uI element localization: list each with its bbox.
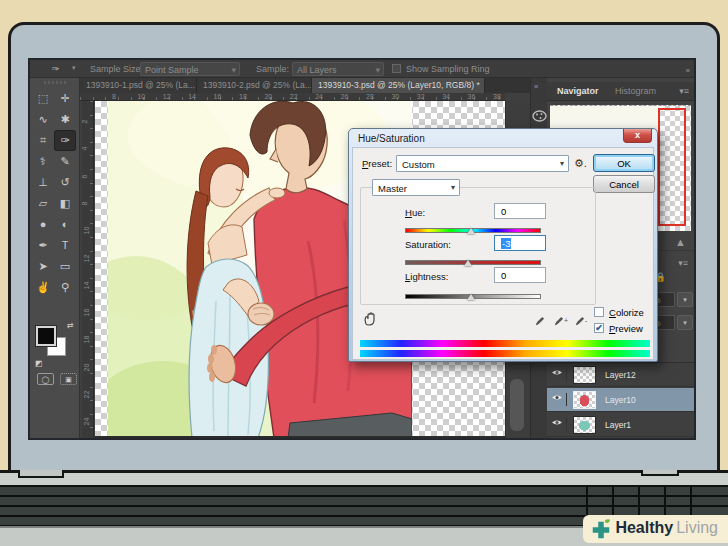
- saturation-slider[interactable]: [405, 260, 541, 265]
- layer-row-layer1[interactable]: Layer1: [547, 413, 694, 437]
- ruler-number: 26: [341, 93, 349, 100]
- dialog-titlebar[interactable]: Hue/Saturation x: [352, 129, 654, 147]
- visibility-eye-icon[interactable]: [551, 368, 567, 381]
- layer-thumbnail[interactable]: [573, 366, 596, 384]
- tool-dock: ⬚✛∿✱⌗✑⚕✎⊥↺▱◧●◐✒T➤▭✌⚲ ⇄ ◩ ◯ ▣: [30, 78, 80, 438]
- expand-panels-icon[interactable]: »: [686, 66, 690, 75]
- default-colors-icon[interactable]: ◩: [35, 359, 43, 368]
- hue-input[interactable]: 0: [494, 203, 546, 219]
- tab-label: 1393910-1.psd @ 25% (La...: [86, 80, 195, 90]
- tab-histogram[interactable]: Histogram: [615, 86, 656, 96]
- tool-grid: ⬚✛∿✱⌗✑⚕✎⊥↺▱◧●◐✒T➤▭✌⚲: [32, 88, 78, 298]
- chevron-down-icon[interactable]: ▾: [677, 315, 693, 330]
- layer-row-layer10-selected[interactable]: Layer10: [547, 388, 694, 412]
- tool-crop[interactable]: ⌗: [33, 131, 53, 150]
- ruler-number: 38: [493, 93, 501, 100]
- close-icon[interactable]: ×: [484, 80, 485, 90]
- channel-dropdown[interactable]: Master ▾: [372, 179, 460, 196]
- layer-thumbnail[interactable]: [573, 416, 596, 434]
- ruler-number: 34: [442, 93, 450, 100]
- tool-lasso[interactable]: ∿: [33, 110, 53, 129]
- visibility-eye-icon[interactable]: [551, 418, 567, 431]
- zoom-in-mountain-icon[interactable]: ▲: [675, 236, 686, 248]
- tool-eraser[interactable]: ▱: [33, 194, 53, 213]
- tool-brush[interactable]: ✎: [55, 152, 75, 171]
- minus-sign: -: [585, 317, 587, 324]
- chevron-down-icon[interactable]: ▾: [677, 292, 693, 307]
- checkbox-box-checked[interactable]: ✔: [594, 323, 604, 333]
- preset-dropdown[interactable]: Custom ▾: [396, 155, 569, 172]
- tool-gradient[interactable]: ◧: [55, 194, 75, 213]
- tool-eyedropper[interactable]: ✑: [55, 131, 75, 150]
- chevron-down-icon: ▾: [560, 159, 564, 168]
- close-button[interactable]: x: [623, 129, 652, 143]
- hue-spectrum-bar-top: [360, 340, 650, 347]
- cancel-button[interactable]: Cancel: [593, 175, 655, 193]
- layer-row-layer12[interactable]: Layer12: [547, 363, 694, 387]
- ruler-number: 12: [163, 93, 171, 100]
- eyedropper-add-icon[interactable]: +: [553, 316, 568, 329]
- ruler-number: 16: [214, 93, 222, 100]
- document-tab-1[interactable]: 1393910-1.psd @ 25% (La...×: [80, 78, 197, 93]
- document-tab-3-active[interactable]: 1393910-3.psd @ 25% (Layer10, RGB/8) *×: [312, 78, 485, 93]
- sample-size-dropdown[interactable]: Point Sample ▾: [140, 62, 240, 76]
- hue-spectrum-bar-bottom[interactable]: [360, 350, 650, 357]
- tool-healing-brush[interactable]: ⚕: [33, 152, 53, 171]
- panel-menu-icon[interactable]: ▾≡: [679, 86, 689, 96]
- layer-name: Layer12: [605, 370, 636, 380]
- navigator-view-rectangle[interactable]: [658, 108, 686, 226]
- saturation-input[interactable]: -3: [494, 235, 546, 251]
- quick-mask-button[interactable]: ◯: [37, 373, 54, 385]
- slider-thumb[interactable]: [464, 260, 472, 266]
- tool-type[interactable]: T: [55, 236, 75, 255]
- colorize-checkbox[interactable]: Colorize: [594, 307, 654, 319]
- options-bar: ✑ ▾ Sample Size: Point Sample ▾ Sample: …: [30, 60, 694, 78]
- tool-history-brush[interactable]: ↺: [55, 173, 75, 192]
- tab-navigator[interactable]: Navigator: [557, 86, 599, 96]
- show-sampling-ring-checkbox[interactable]: [392, 64, 401, 73]
- preset-value: Custom: [402, 159, 435, 170]
- tool-rectangular-marquee[interactable]: ⬚: [33, 89, 53, 108]
- tool-shape[interactable]: ▭: [55, 257, 75, 276]
- tool-move[interactable]: ✛: [55, 89, 75, 108]
- slider-thumb[interactable]: [467, 228, 475, 234]
- preview-checkbox[interactable]: ✔ Preview: [594, 323, 654, 335]
- sample-dropdown[interactable]: All Layers ▾: [292, 62, 384, 76]
- lightness-slider[interactable]: [405, 294, 541, 299]
- layers-panel-menu-icon[interactable]: ▾≡: [678, 258, 688, 268]
- chevron-down-icon: ▾: [231, 65, 236, 75]
- color-palette-icon[interactable]: [532, 110, 547, 122]
- eyedropper-sample-icon[interactable]: [534, 316, 545, 329]
- tool-zoom[interactable]: ⚲: [55, 278, 75, 297]
- layer-thumbnail[interactable]: [573, 391, 596, 409]
- checkbox-box[interactable]: [594, 307, 604, 317]
- tool-preset-arrow[interactable]: ▾: [72, 64, 76, 72]
- logo-text-light: Living: [676, 519, 718, 536]
- tool-clone-stamp[interactable]: ⊥: [33, 173, 53, 192]
- lightness-input[interactable]: 0: [494, 267, 546, 283]
- tool-dodge[interactable]: ◐: [55, 215, 75, 234]
- tool-pen[interactable]: ✒: [33, 236, 53, 255]
- collapse-panels-icon[interactable]: «: [534, 82, 538, 91]
- tool-magic-wand[interactable]: ✱: [55, 110, 75, 129]
- ruler-number: 18: [83, 336, 90, 344]
- tool-blur[interactable]: ●: [33, 215, 53, 234]
- dock-grip[interactable]: [44, 81, 66, 84]
- tool-hand[interactable]: ✌: [33, 278, 53, 297]
- foreground-color-swatch[interactable]: [36, 326, 56, 346]
- visibility-eye-icon[interactable]: [551, 393, 567, 406]
- hue-slider[interactable]: [405, 228, 541, 233]
- slider-thumb[interactable]: [467, 294, 475, 300]
- gear-icon[interactable]: ⚙.: [574, 157, 587, 170]
- vertical-scrollbar[interactable]: [510, 379, 524, 431]
- tool-path-select[interactable]: ➤: [33, 257, 53, 276]
- scrubby-hand-icon[interactable]: [362, 311, 378, 326]
- plus-sign: +: [564, 317, 568, 324]
- document-tab-2[interactable]: 1393910-2.psd @ 25% (La...×: [197, 78, 312, 93]
- eyedropper-subtract-icon[interactable]: -: [574, 316, 587, 329]
- screen-mode-button[interactable]: ▣: [60, 373, 77, 385]
- ruler-number: 10: [83, 227, 90, 235]
- preset-label: Preset:: [362, 158, 392, 169]
- swap-colors-icon[interactable]: ⇄: [67, 321, 74, 330]
- ok-button[interactable]: OK: [593, 154, 655, 172]
